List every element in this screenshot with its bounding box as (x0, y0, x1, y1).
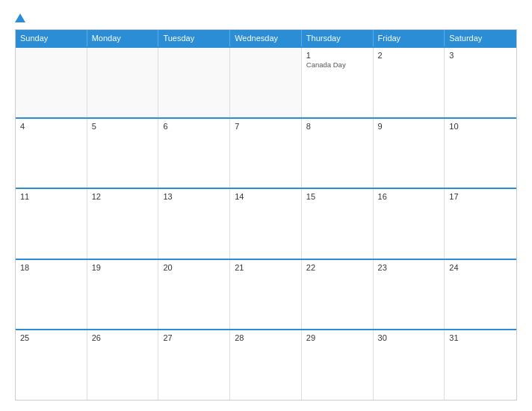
cal-cell: 29 (302, 330, 374, 400)
cal-cell: 2 (374, 48, 445, 117)
cal-cell: 7 (230, 119, 302, 188)
day-number: 20 (163, 263, 225, 272)
day-number: 14 (235, 192, 297, 201)
cal-cell: 5 (87, 119, 159, 188)
cal-cell (16, 48, 87, 117)
cal-cell (158, 48, 230, 117)
week-row-4: 18192021222324 (16, 259, 516, 330)
weekday-header-thursday: Thursday (302, 30, 374, 46)
day-number: 21 (235, 263, 297, 272)
cal-cell: 18 (16, 260, 87, 330)
day-number: 29 (306, 333, 368, 342)
cal-cell: 9 (374, 119, 445, 188)
cal-cell: 1Canada Day (302, 48, 374, 117)
day-number: 6 (163, 122, 225, 131)
day-number: 5 (92, 122, 154, 131)
cal-cell: 20 (158, 260, 230, 330)
day-number: 9 (378, 122, 440, 131)
cal-cell: 14 (230, 189, 302, 259)
cal-cell: 15 (302, 189, 374, 259)
cal-cell: 16 (374, 189, 445, 259)
week-row-2: 45678910 (16, 117, 516, 188)
day-number: 3 (449, 51, 512, 60)
day-number: 25 (20, 333, 82, 342)
cal-cell: 22 (302, 260, 374, 330)
day-number: 7 (235, 122, 297, 131)
day-number: 24 (449, 263, 512, 272)
weekday-header-monday: Monday (87, 30, 159, 46)
day-number: 16 (378, 192, 440, 201)
calendar-grid: SundayMondayTuesdayWednesdayThursdayFrid… (15, 29, 517, 401)
cal-cell: 30 (374, 330, 445, 400)
cal-cell: 24 (445, 260, 516, 330)
cal-cell: 23 (374, 260, 445, 330)
day-number: 28 (235, 333, 297, 342)
cal-cell: 19 (87, 260, 159, 330)
day-number: 4 (20, 122, 82, 131)
cal-cell (230, 48, 302, 117)
day-number: 8 (306, 122, 368, 131)
logo (15, 13, 27, 23)
weekday-header-saturday: Saturday (445, 30, 516, 46)
cal-cell: 26 (87, 330, 159, 400)
day-number: 15 (306, 192, 368, 201)
weekday-header-tuesday: Tuesday (158, 30, 230, 46)
day-number: 23 (378, 263, 440, 272)
day-number: 2 (378, 51, 440, 60)
day-number: 11 (20, 192, 82, 201)
week-row-5: 25262728293031 (16, 329, 516, 400)
logo-triangle-icon (15, 13, 25, 22)
day-number: 27 (163, 333, 225, 342)
cal-cell: 27 (158, 330, 230, 400)
cal-cell: 12 (87, 189, 159, 259)
day-number: 26 (92, 333, 154, 342)
cal-cell: 31 (445, 330, 516, 400)
cal-cell: 8 (302, 119, 374, 188)
cal-cell: 6 (158, 119, 230, 188)
day-number: 17 (449, 192, 512, 201)
cal-cell: 28 (230, 330, 302, 400)
cal-cell: 11 (16, 189, 87, 259)
day-number: 18 (20, 263, 82, 272)
header (15, 13, 517, 23)
cal-cell: 10 (445, 119, 516, 188)
calendar-page: SundayMondayTuesdayWednesdayThursdayFrid… (0, 0, 532, 411)
day-number: 12 (92, 192, 154, 201)
day-number: 22 (306, 263, 368, 272)
cal-cell: 25 (16, 330, 87, 400)
day-number: 19 (92, 263, 154, 272)
day-number: 31 (449, 333, 512, 342)
logo-blue-text (15, 13, 27, 23)
cal-cell: 4 (16, 119, 87, 188)
weekday-header-row: SundayMondayTuesdayWednesdayThursdayFrid… (16, 30, 516, 46)
cal-cell: 13 (158, 189, 230, 259)
day-number: 10 (449, 122, 512, 131)
cal-cell: 21 (230, 260, 302, 330)
day-number: 1 (306, 51, 368, 60)
weekday-header-wednesday: Wednesday (230, 30, 302, 46)
holiday-label: Canada Day (306, 61, 368, 69)
week-row-1: 1Canada Day23 (16, 46, 516, 117)
day-number: 13 (163, 192, 225, 201)
week-row-3: 11121314151617 (16, 188, 516, 259)
cal-cell: 3 (445, 48, 516, 117)
weekday-header-sunday: Sunday (16, 30, 87, 46)
weekday-header-friday: Friday (374, 30, 445, 46)
day-number: 30 (378, 333, 440, 342)
cal-cell (87, 48, 159, 117)
cal-cell: 17 (445, 189, 516, 259)
